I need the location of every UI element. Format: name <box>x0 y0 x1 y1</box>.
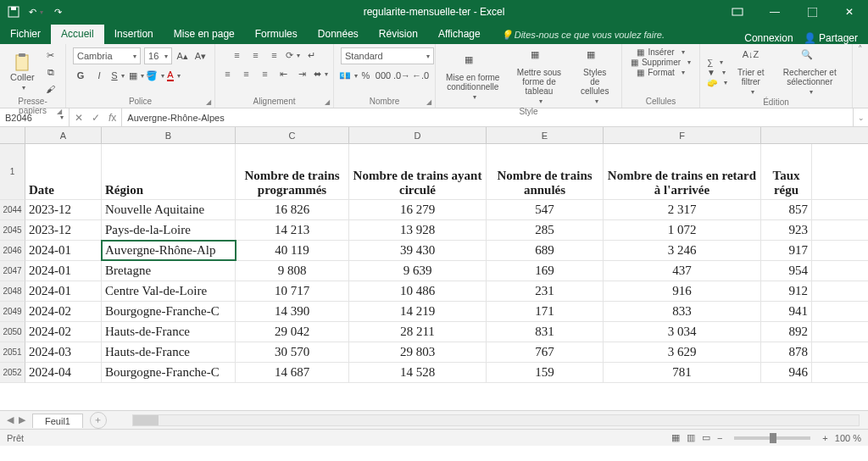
maximize-icon[interactable] <box>793 0 831 24</box>
clear-button[interactable]: 🧽▾ <box>707 78 727 87</box>
cell[interactable]: 916 <box>604 281 761 301</box>
normal-view-icon[interactable]: ▦ <box>671 432 680 443</box>
increase-indent-icon[interactable]: ⇥ <box>295 66 310 81</box>
fx-icon[interactable]: fx <box>108 112 116 124</box>
align-left-icon[interactable]: ≡ <box>220 66 236 81</box>
select-all-corner[interactable] <box>0 127 25 144</box>
col-header-F[interactable]: F <box>604 127 761 143</box>
cell[interactable]: 2024-03 <box>25 342 102 362</box>
row-header[interactable]: 2049 <box>0 302 25 322</box>
find-select-button[interactable]: 🔍Rechercher et sélectionner▾ <box>775 47 845 97</box>
dialog-launcher-icon[interactable]: ◢ <box>325 98 330 106</box>
horizontal-scrollbar[interactable] <box>132 414 860 426</box>
italic-button[interactable]: I <box>92 68 107 83</box>
cell[interactable]: 946 <box>761 363 812 382</box>
font-color-icon[interactable]: A▾ <box>166 68 181 83</box>
cell[interactable]: 437 <box>604 261 761 280</box>
sheet-nav-prev-icon[interactable]: ◀ <box>7 414 14 425</box>
zoom-level[interactable]: 100 % <box>835 433 861 443</box>
delete-cells-button[interactable]: ▦ Supprimer▾ <box>631 58 691 67</box>
zoom-in-icon[interactable]: + <box>822 433 827 443</box>
row-header[interactable]: 2045 <box>0 220 25 241</box>
cell[interactable]: 2024-01 <box>25 261 102 280</box>
cell[interactable]: 10 486 <box>349 281 487 301</box>
cell-styles-button[interactable]: ▦Styles de cellules▾ <box>575 47 615 107</box>
currency-icon[interactable]: 💶▾ <box>341 68 356 83</box>
cell[interactable]: 892 <box>761 322 812 342</box>
cell[interactable]: 10 717 <box>236 281 349 301</box>
cancel-formula-icon[interactable]: ✕ <box>75 112 83 124</box>
align-bottom-icon[interactable]: ≡ <box>267 47 282 63</box>
ribbon-options-icon[interactable] <box>719 0 756 24</box>
cell[interactable]: 781 <box>604 363 761 382</box>
cell[interactable]: 14 390 <box>236 302 349 321</box>
cell[interactable]: 2023-12 <box>25 220 102 240</box>
cell[interactable]: 14 528 <box>349 363 487 382</box>
cell[interactable]: 39 430 <box>349 241 487 260</box>
cell[interactable]: Pays-de-la-Loire <box>102 220 236 240</box>
align-right-icon[interactable]: ≡ <box>258 66 273 81</box>
row-header[interactable]: 2048 <box>0 281 25 302</box>
sheet-nav-next-icon[interactable]: ▶ <box>19 414 25 425</box>
save-icon[interactable] <box>7 5 20 19</box>
cell[interactable]: Bourgogne-Franche-C <box>102 302 236 321</box>
cell[interactable]: 2023-12 <box>25 200 102 219</box>
row-header[interactable]: 2052 <box>0 363 25 383</box>
cell[interactable]: Auvergne-Rhône-Alp <box>102 241 236 260</box>
header-cell[interactable]: Date <box>25 144 102 199</box>
col-header-B[interactable]: B <box>102 127 236 143</box>
cell[interactable]: 2 317 <box>604 200 761 219</box>
row-header[interactable]: 2046 <box>0 241 25 261</box>
header-cell[interactable]: Nombre de trains en retard à l'arrivée <box>604 144 761 199</box>
comma-icon[interactable]: 000 <box>376 68 391 83</box>
cell[interactable]: 3 629 <box>604 342 761 362</box>
sort-filter-button[interactable]: A↓ZTrier et filtrer▾ <box>732 47 770 97</box>
conditional-formatting-button[interactable]: ▦Mise en forme conditionnelle▾ <box>442 53 504 103</box>
tab-formulas[interactable]: Formules <box>245 25 308 44</box>
insert-cells-button[interactable]: ▦ Insérer▾ <box>637 47 684 57</box>
cell[interactable]: 2024-04 <box>25 363 102 382</box>
cell[interactable]: 14 219 <box>349 302 487 321</box>
cell[interactable]: 9 639 <box>349 261 487 280</box>
undo-icon[interactable]: ↶▾ <box>29 5 42 19</box>
decrease-indent-icon[interactable]: ⇤ <box>276 66 292 81</box>
tab-view[interactable]: Affichage <box>428 25 491 44</box>
cell[interactable]: 3 246 <box>604 241 761 260</box>
minimize-icon[interactable]: ― <box>756 0 793 24</box>
cell[interactable]: 16 279 <box>349 200 487 219</box>
header-cell[interactable]: Nombre de trains programmés <box>236 144 349 199</box>
redo-icon[interactable]: ↷ <box>51 5 64 19</box>
sheet-tab[interactable]: Feuil1 <box>32 414 83 428</box>
cell[interactable]: 28 211 <box>349 322 487 342</box>
cell[interactable]: 3 034 <box>604 322 761 342</box>
tab-file[interactable]: Fichier <box>0 25 51 44</box>
font-size-select[interactable]: 16▾ <box>144 47 172 64</box>
tab-insert[interactable]: Insertion <box>104 25 164 44</box>
tab-layout[interactable]: Mise en page <box>164 25 245 44</box>
font-name-select[interactable]: Cambria▾ <box>73 47 141 64</box>
number-format-select[interactable]: Standard▾ <box>341 47 434 64</box>
percent-icon[interactable]: % <box>359 68 372 83</box>
share-button[interactable]: 👤 Partager <box>804 32 858 44</box>
tab-review[interactable]: Révision <box>369 25 428 44</box>
row-header[interactable]: 1 <box>0 144 25 200</box>
col-header-A[interactable]: A <box>25 127 102 143</box>
row-header[interactable]: 2044 <box>0 200 25 220</box>
autosum-button[interactable]: ∑▾ <box>707 58 727 67</box>
cell[interactable]: 40 119 <box>236 241 349 260</box>
close-icon[interactable]: ✕ <box>831 0 868 24</box>
cell[interactable]: Nouvelle Aquitaine <box>102 200 236 219</box>
increase-font-icon[interactable]: A▴ <box>175 48 190 64</box>
cell[interactable]: 30 570 <box>236 342 349 362</box>
collapse-ribbon-icon[interactable]: ˄ <box>853 44 868 108</box>
cell[interactable]: Centre Val-de-Loire <box>102 281 236 301</box>
cell[interactable]: 2024-01 <box>25 241 102 260</box>
row-header[interactable]: 2047 <box>0 261 25 281</box>
cell[interactable]: Hauts-de-France <box>102 322 236 342</box>
cell[interactable]: 833 <box>604 302 761 321</box>
copy-icon[interactable]: ⧉ <box>43 64 58 80</box>
format-as-table-button[interactable]: ▦Mettre sous forme de tableau▾ <box>509 47 570 107</box>
cell[interactable]: 16 826 <box>236 200 349 219</box>
worksheet-grid[interactable]: A B C D E F 1DateRégionNombre de trains … <box>0 127 868 410</box>
expand-formula-bar-icon[interactable]: ⌄ <box>853 108 868 126</box>
